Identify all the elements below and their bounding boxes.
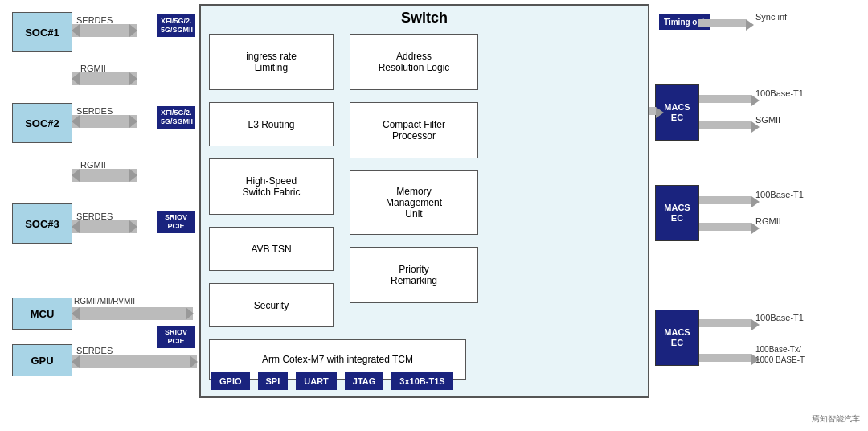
- macs2-rgmii-label: RGMII: [755, 216, 781, 226]
- sw-macs1-arrow: [649, 107, 656, 115]
- soc2-rgmii-label: RGMII: [80, 160, 106, 170]
- avbtsn-box: AVB TSN: [209, 227, 334, 271]
- bottom-badges-container: GPIO SPI UART JTAG 3x10B-T1S: [209, 372, 456, 390]
- macs1-sgmii-arrow: [699, 121, 751, 129]
- t1s-badge: 3x10B-T1S: [391, 372, 452, 390]
- watermark: 焉知智能汽车: [812, 413, 860, 425]
- switch-container: Switch ingress rateLimiting L3 Routing H…: [199, 4, 649, 398]
- spi-badge: SPI: [258, 372, 289, 390]
- macs1-100base-label: 100Base-T1: [755, 88, 804, 98]
- arl-box: AddressResolution Logic: [350, 34, 478, 90]
- macs2-block: MACSEC: [655, 185, 699, 241]
- mcu-block: MCU: [12, 298, 72, 330]
- gpu-serdes-label: SERDES: [76, 346, 113, 355]
- diagram: SOC#1 SOC#2 SOC#3 MCU GPU SERDES XFI/5G/…: [0, 0, 868, 431]
- soc1-serdes-arrow: [72, 24, 137, 37]
- hsf-box: High-SpeedSwitch Fabric: [209, 158, 334, 215]
- gpu-serdes-arrow: [72, 355, 197, 368]
- soc2-rgmii-arrow: [72, 169, 137, 182]
- soc3-block: SOC#3: [12, 203, 72, 244]
- macs2-100base-label: 100Base-T1: [755, 190, 804, 199]
- l3routing-box: L3 Routing: [209, 102, 334, 146]
- macs3-100base-arrow: [699, 319, 751, 327]
- cfp-box: Compact FilterProcessor: [350, 102, 478, 158]
- soc1-rgmii-label: RGMII: [80, 64, 106, 73]
- macs3-1000base-arrow: [699, 354, 751, 362]
- mcu-rgmii-label: RGMII/MII/RVMII: [74, 297, 135, 306]
- sync-label: Sync inf: [755, 12, 787, 22]
- mmu-box: MemoryManagementUnit: [350, 170, 478, 235]
- soc3-serdes-badge: SRIOVPCIE: [157, 211, 195, 233]
- soc3-serdes-arrow: [72, 220, 137, 233]
- macs3-block: MACSEC: [655, 310, 699, 366]
- soc2-serdes-badge: XFI/5G/2.5G/SGMII: [157, 106, 195, 129]
- soc3-serdes-label: SERDES: [76, 211, 113, 221]
- soc2-serdes-label: SERDES: [76, 106, 113, 116]
- timing-arrow: [698, 19, 746, 27]
- soc1-rgmii-arrow: [72, 72, 137, 85]
- macs3-1000base-label: 100Base-Tx/1000 BASE-T: [755, 344, 805, 365]
- priority-box: PriorityRemarking: [350, 247, 478, 303]
- soc1-serdes-badge: XFI/5G/2.5G/SGMII: [157, 14, 195, 37]
- security-box: Security: [209, 283, 334, 327]
- switch-title: Switch: [201, 6, 648, 31]
- ingress-box: ingress rateLimiting: [209, 34, 334, 90]
- soc2-serdes-arrow: [72, 115, 137, 128]
- jtag-badge: JTAG: [345, 372, 384, 390]
- macs3-100base-label: 100Base-T1: [755, 313, 804, 322]
- macs1-sgmii-label: SGMII: [755, 115, 780, 125]
- soc2-block: SOC#2: [12, 103, 72, 143]
- macs2-100base-arrow: [699, 196, 751, 204]
- macs1-100base-arrow: [699, 95, 751, 103]
- gpu-block: GPU: [12, 344, 72, 376]
- mcu-rgmii-arrow: [72, 307, 193, 320]
- soc1-block: SOC#1: [12, 12, 72, 52]
- macs2-rgmii-arrow: [699, 223, 751, 231]
- uart-badge: UART: [296, 372, 337, 390]
- gpio-badge: GPIO: [211, 372, 250, 390]
- soc1-serdes-label: SERDES: [76, 15, 113, 25]
- gpu-sriov-badge: SRIOVPCIE: [157, 326, 195, 348]
